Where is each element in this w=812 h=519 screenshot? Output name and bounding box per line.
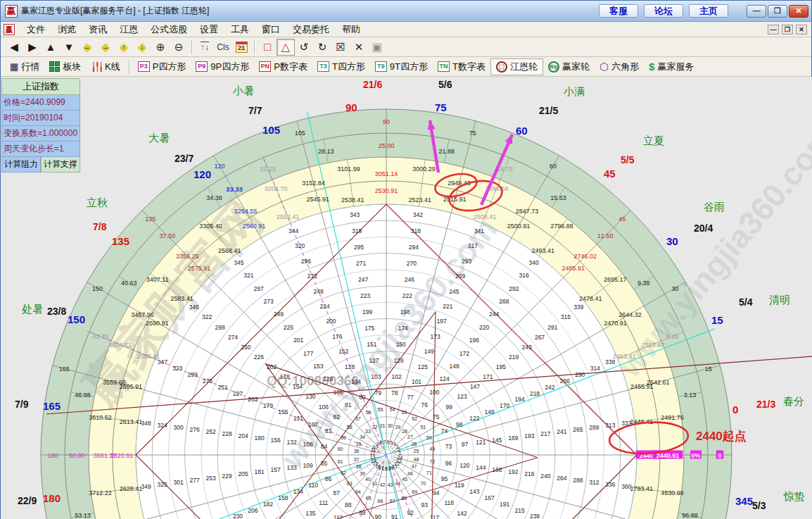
cls-button[interactable]: Cls xyxy=(214,39,232,56)
child-close-button[interactable]: ✕ xyxy=(796,25,807,35)
expand-box-icon[interactable]: ☒ xyxy=(331,39,350,56)
spiral-number: 245 xyxy=(449,288,459,295)
percent-value: 25.00 xyxy=(379,142,395,149)
calendar-icon[interactable]: 21 xyxy=(232,39,250,56)
nav-prev-icon[interactable]: ◀ xyxy=(5,39,23,56)
price-outer-value: 3203.70 xyxy=(265,185,288,192)
price-outer-value: 2644.32 xyxy=(618,311,642,318)
tool-quote-table[interactable]: ▦行情 xyxy=(5,59,44,75)
minimize-button[interactable]: — xyxy=(747,5,766,18)
collapse-icon[interactable]: ✕ xyxy=(350,39,368,56)
calc-resistance-button[interactable]: 计算阻力 xyxy=(1,157,41,173)
spiral-number: 3 xyxy=(396,444,399,449)
tool-service-dollar[interactable]: $赢家服务 xyxy=(644,59,699,75)
outer-label: 7/7 xyxy=(248,105,262,116)
calc-support-button[interactable]: 计算支撑 xyxy=(41,157,80,173)
price-inner-value: 2463.41 xyxy=(613,353,636,360)
menu-7[interactable]: 窗口 xyxy=(255,23,286,36)
menu-1[interactable]: 浏览 xyxy=(51,23,82,36)
restore-button[interactable]: ❐ xyxy=(768,5,787,18)
service-dollar-icon: $ xyxy=(649,61,654,73)
spiral-number: 319 xyxy=(352,227,362,235)
rotate-cw-icon[interactable]: ↻ xyxy=(313,39,331,56)
tool-label: P数字表 xyxy=(274,61,307,73)
spiral-number: 243 xyxy=(522,344,532,351)
menu-3[interactable]: 江恩 xyxy=(113,23,144,36)
close-button[interactable]: ✕ xyxy=(789,5,808,18)
gann-wheel-chart[interactable]: 赢家财富网www.yingjia360.comwww.yingjia360.co… xyxy=(1,77,812,519)
child-restore-button[interactable]: ❐ xyxy=(782,25,793,35)
spiral-number: 58 xyxy=(347,425,353,430)
triangle-tool-icon[interactable]: △ xyxy=(277,39,295,56)
spiral-number: 253 xyxy=(205,475,215,482)
spiral-number: 200 xyxy=(326,318,336,325)
diamond-down-icon[interactable]: ◆↓ xyxy=(133,39,151,56)
zoom-in-icon[interactable]: ⊕ xyxy=(151,39,170,56)
rotate-ccw-icon[interactable]: ↺ xyxy=(295,39,313,56)
menu-8[interactable]: 交易委托 xyxy=(286,23,336,36)
outer-label: 小满 xyxy=(563,85,585,97)
degree-value: 165 xyxy=(59,365,70,373)
spiral-number: 203 xyxy=(248,396,258,403)
menu-0[interactable]: 文件 xyxy=(20,23,51,36)
tool-hexagon[interactable]: ⬡六角形 xyxy=(595,59,644,75)
tool-label: 板块 xyxy=(63,61,81,73)
spiral-number: 24 xyxy=(398,455,403,460)
price-inner-value: 2598.41 xyxy=(137,353,160,360)
tool-sector-blocks[interactable]: 板块 xyxy=(44,59,86,75)
tool-ninep-square[interactable]: P99P四方形 xyxy=(191,59,254,75)
tool-kline[interactable]: ╽╿╽K线 xyxy=(86,59,125,75)
zoom-out-icon[interactable]: ⊖ xyxy=(170,39,188,56)
nav-next-icon[interactable]: ▶ xyxy=(23,39,42,56)
tool-t-square[interactable]: T3T四方形 xyxy=(312,59,370,75)
tool-gann-wheel[interactable]: 江恩轮 xyxy=(490,58,543,75)
spiral-number: 145 xyxy=(492,437,502,444)
spiral-number: 180 xyxy=(254,434,264,442)
diamond-up-icon[interactable]: ◆↑ xyxy=(115,39,133,56)
peak-down-icon[interactable]: ▼ xyxy=(60,39,78,56)
menu-9[interactable]: 帮助 xyxy=(336,23,367,36)
quickbar-service-button[interactable]: 客服 xyxy=(599,4,638,18)
tool-p-square[interactable]: P3P四方形 xyxy=(133,59,191,75)
tool-ninet-square[interactable]: T99T四方形 xyxy=(370,59,433,75)
ninep-square-icon: P9 xyxy=(196,61,208,72)
price-outer-value: 3407.11 xyxy=(146,276,169,283)
tool-winner-wheel[interactable]: Big赢家轮 xyxy=(543,59,595,75)
child-minimize-button[interactable]: — xyxy=(768,25,779,35)
spiral-number: 191 xyxy=(500,501,509,508)
degree-value: 0 xyxy=(718,452,721,459)
spiral-number: 90 xyxy=(375,513,382,519)
spiral-number: 33 xyxy=(365,429,371,434)
tool-p-number-table[interactable]: PNP数字表 xyxy=(254,59,312,75)
spiral-number: 251 xyxy=(217,384,227,391)
t-square-icon: T3 xyxy=(317,61,329,72)
peak-up-icon[interactable]: ▲ xyxy=(42,39,60,56)
menu-4[interactable]: 公式选股 xyxy=(144,23,194,36)
square-tool-icon[interactable]: □ xyxy=(258,39,277,56)
spiral-number: 296 xyxy=(301,258,311,265)
outer-label: 23/8 xyxy=(47,306,66,317)
updown-axis-icon[interactable]: ↑↓ xyxy=(196,39,214,56)
spiral-number: 97 xyxy=(462,441,469,448)
spiral-number: 240 xyxy=(540,473,550,480)
quickbar-forum-button[interactable]: 论坛 xyxy=(644,4,683,18)
spiral-number: 295 xyxy=(354,244,364,251)
tool-t-number-table[interactable]: TNT数字表 xyxy=(433,59,490,75)
menu-5[interactable]: 设置 xyxy=(194,23,224,36)
spiral-number: 198 xyxy=(400,308,410,315)
diamond-right-icon[interactable]: ◆→ xyxy=(96,39,115,56)
spiral-number: 270 xyxy=(407,260,417,267)
spiral-number: 34 xyxy=(360,434,365,439)
spiral-number: 27 xyxy=(407,434,413,439)
special-ratio-label: 33.33 xyxy=(226,185,243,193)
quickbar-home-button[interactable]: 主页 xyxy=(689,4,728,18)
diamond-left-icon[interactable]: ◆← xyxy=(78,39,96,56)
spiral-number: 290 xyxy=(575,371,585,378)
menu-2[interactable]: 资讯 xyxy=(82,23,113,36)
menu-6[interactable]: 工具 xyxy=(224,23,255,36)
outer-label: 7/8 xyxy=(93,221,107,232)
presentation-icon[interactable]: ▣ xyxy=(368,39,386,56)
spiral-number: 64 xyxy=(355,489,361,494)
price-inner-value: 2560.91 xyxy=(243,223,266,230)
spiral-number: 117 xyxy=(430,514,440,519)
